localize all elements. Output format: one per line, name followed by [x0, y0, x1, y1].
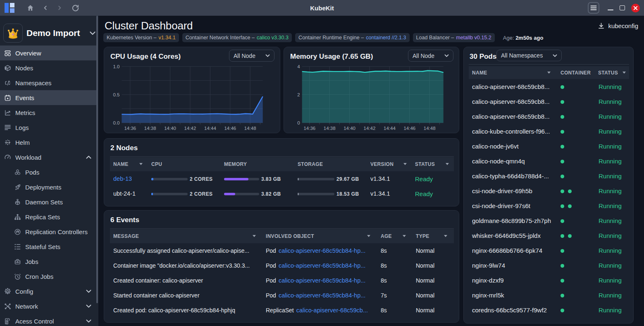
svg-text:14:44: 14:44 — [384, 126, 396, 131]
svg-text:14:42: 14:42 — [364, 126, 376, 131]
svg-text:0.5: 0.5 — [113, 92, 119, 97]
svg-text:0.0: 0.0 — [113, 120, 119, 125]
svg-text:14:48: 14:48 — [244, 126, 256, 131]
svg-text:14:36: 14:36 — [303, 126, 315, 131]
svg-text:14:40: 14:40 — [343, 126, 355, 131]
svg-text:14:36: 14:36 — [124, 126, 136, 131]
svg-text:14:48: 14:48 — [424, 126, 436, 131]
svg-text:4: 4 — [297, 64, 300, 69]
svg-text:HELM: HELM — [5, 141, 10, 144]
svg-text:1.0: 1.0 — [113, 64, 119, 69]
svg-text:0: 0 — [297, 120, 300, 125]
svg-text:2: 2 — [297, 92, 300, 97]
svg-text:14:46: 14:46 — [403, 126, 415, 131]
svg-text:14:38: 14:38 — [144, 126, 156, 131]
svg-text:14:44: 14:44 — [204, 126, 216, 131]
svg-text:14:42: 14:42 — [184, 126, 196, 131]
svg-text:14:38: 14:38 — [324, 126, 336, 131]
svg-text:14:40: 14:40 — [164, 126, 176, 131]
svg-text:14:46: 14:46 — [224, 126, 236, 131]
